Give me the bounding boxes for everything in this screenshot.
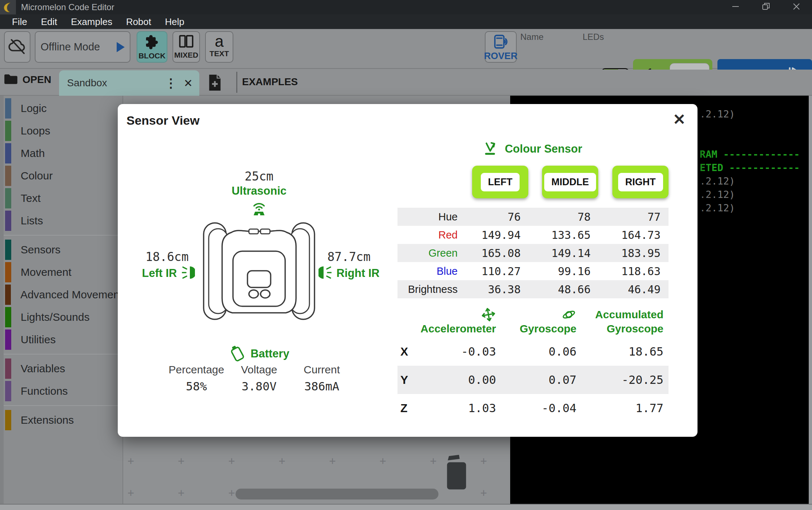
colour-sensor-header: Colour Sensor bbox=[397, 141, 669, 157]
left-ir-value: 18.6cm bbox=[120, 250, 214, 264]
rover-icon bbox=[491, 34, 510, 51]
imu-row-x: X -0.03 0.06 18.65 bbox=[397, 337, 669, 366]
console-line bbox=[700, 134, 800, 148]
sidebar-item-extensions[interactable]: Extensions bbox=[0, 409, 122, 431]
right-ir-row: Right IR bbox=[298, 266, 400, 281]
sidebar-item-lists[interactable]: Lists bbox=[0, 210, 122, 232]
right-ir-label: Right IR bbox=[337, 267, 380, 280]
accumulated-gyroscope-header-line2: Gyroscope bbox=[607, 322, 663, 335]
console-line: .2.12) bbox=[700, 201, 800, 215]
menu-file[interactable]: File bbox=[5, 16, 34, 28]
gyroscope-icon bbox=[561, 307, 576, 322]
menu-help[interactable]: Help bbox=[158, 16, 191, 28]
gyroscope-header: Gyroscope bbox=[520, 322, 576, 335]
colour-left-button[interactable]: LEFT bbox=[472, 166, 528, 198]
tab-sandbox-label: Sandbox bbox=[67, 77, 161, 89]
block-category-sidebar: Logic Loops Math Colour Text Lists Senso… bbox=[0, 96, 123, 504]
sidebar-item-text[interactable]: Text bbox=[0, 187, 122, 210]
sensor-view-modal: Sensor View ✕ 25cm Ultrasonic bbox=[118, 104, 698, 437]
left-ir-row: Left IR bbox=[118, 266, 219, 281]
split-panels-icon bbox=[179, 34, 194, 50]
menu-bar: File Edit Examples Robot Help bbox=[0, 14, 812, 29]
left-ir-label: Left IR bbox=[142, 267, 177, 280]
name-field-label: Name bbox=[520, 32, 544, 42]
puzzle-icon bbox=[145, 34, 160, 51]
sidebar-item-movement[interactable]: Movement bbox=[0, 261, 122, 283]
menu-examples[interactable]: Examples bbox=[64, 16, 119, 28]
battery-voltage-stat: Voltage 3.80V bbox=[223, 364, 295, 393]
mode-mixed-label: MIXED bbox=[174, 51, 199, 59]
connection-cloud-button[interactable] bbox=[4, 31, 30, 63]
console-line: .2.12) bbox=[700, 188, 800, 201]
category-swatch bbox=[5, 166, 11, 186]
restore-button[interactable] bbox=[761, 2, 771, 13]
leds-label: LEDs bbox=[583, 32, 604, 42]
colour-right-button[interactable]: RIGHT bbox=[612, 166, 669, 198]
sidebar-item-variables[interactable]: Variables bbox=[0, 357, 122, 380]
ultrasonic-value: 25cm bbox=[205, 169, 313, 183]
mode-mixed-button[interactable]: MIXED bbox=[172, 31, 200, 63]
table-row-hue: Hue 76 78 77 bbox=[397, 208, 669, 226]
horizontal-scrollbar[interactable] bbox=[236, 489, 438, 499]
tab-close-icon[interactable]: ✕ bbox=[181, 77, 199, 90]
tab-divider bbox=[236, 72, 237, 93]
minimize-button[interactable] bbox=[730, 2, 741, 13]
console-scrollbar[interactable] bbox=[809, 96, 812, 504]
sidebar-item-functions[interactable]: Functions bbox=[0, 380, 122, 402]
app-logo-icon bbox=[0, 0, 16, 14]
sidebar-divider bbox=[4, 405, 122, 406]
mode-text-button[interactable]: a TEXT bbox=[205, 31, 233, 63]
sidebar-item-colour[interactable]: Colour bbox=[0, 165, 122, 187]
connection-mode-button[interactable]: Offline Mode bbox=[35, 31, 130, 63]
sidebar-item-logic[interactable]: Logic bbox=[0, 97, 122, 120]
category-swatch bbox=[5, 381, 11, 401]
menu-robot[interactable]: Robot bbox=[119, 16, 158, 28]
new-file-button[interactable] bbox=[208, 74, 222, 93]
sidebar-divider bbox=[4, 354, 122, 354]
table-row-red: Red 149.94 133.65 164.73 bbox=[397, 226, 669, 244]
folder-icon bbox=[4, 73, 18, 86]
examples-button[interactable]: EXAMPLES bbox=[242, 76, 298, 88]
ultrasonic-icon bbox=[249, 199, 269, 219]
colour-right-label: RIGHT bbox=[618, 173, 663, 191]
colour-left-label: LEFT bbox=[481, 173, 520, 191]
tab-menu-icon[interactable]: ⋮ bbox=[161, 76, 181, 90]
sidebar-item-loops[interactable]: Loops bbox=[0, 120, 122, 142]
sidebar-item-utilities[interactable]: Utilities bbox=[0, 328, 122, 351]
console-output: .2.12) RAM ------------- ETED ----------… bbox=[700, 107, 800, 215]
rover-button[interactable]: ROVER bbox=[485, 31, 517, 63]
workspace-grid-dots: + + + + + + + + + bbox=[128, 455, 537, 467]
console-line: ETED ------------ bbox=[700, 161, 800, 174]
category-swatch bbox=[5, 410, 11, 430]
modal-close-icon[interactable]: ✕ bbox=[670, 109, 688, 130]
new-file-icon bbox=[208, 86, 222, 92]
ultrasonic-label: Ultrasonic bbox=[205, 184, 313, 198]
menu-edit[interactable]: Edit bbox=[34, 16, 64, 28]
open-file-button[interactable]: OPEN bbox=[4, 73, 51, 86]
colour-middle-label: MIDDLE bbox=[544, 173, 596, 191]
table-row-green: Green 165.08 149.14 183.95 bbox=[397, 244, 669, 262]
sidebar-item-math[interactable]: Math bbox=[0, 142, 122, 165]
sidebar-item-lights-sounds[interactable]: Lights/Sounds bbox=[0, 306, 122, 328]
close-window-button[interactable] bbox=[791, 2, 802, 13]
sidebar-item-advanced-movement[interactable]: Advanced Movement bbox=[0, 283, 122, 306]
mode-text-label: TEXT bbox=[209, 49, 229, 58]
trash-icon[interactable] bbox=[443, 455, 470, 492]
imu-row-y: Y 0.00 0.07 -20.25 bbox=[397, 366, 669, 394]
left-ir-icon bbox=[182, 266, 195, 281]
category-swatch bbox=[5, 240, 11, 260]
category-swatch bbox=[5, 358, 11, 379]
table-row-brightness: Brightness 36.38 48.66 46.49 bbox=[397, 280, 669, 298]
colour-middle-button[interactable]: MIDDLE bbox=[542, 166, 598, 198]
mode-block-label: BLOCK bbox=[138, 51, 166, 60]
tab-sandbox[interactable]: Sandbox ⋮ ✕ bbox=[59, 70, 199, 96]
sidebar-item-sensors[interactable]: Sensors bbox=[0, 239, 122, 261]
mode-block-button[interactable]: BLOCK bbox=[137, 31, 167, 63]
imu-table: Accelerometer Gyroscope Accumulated Gyro… bbox=[397, 307, 669, 422]
category-swatch bbox=[5, 285, 11, 305]
console-line: RAM ------------- bbox=[700, 148, 800, 161]
expand-arrow-icon bbox=[117, 42, 125, 52]
title-bar: Micromelon Code Editor bbox=[0, 0, 812, 14]
console-line: .2.12) bbox=[700, 174, 800, 188]
right-ir-value: 87.7cm bbox=[302, 250, 396, 264]
